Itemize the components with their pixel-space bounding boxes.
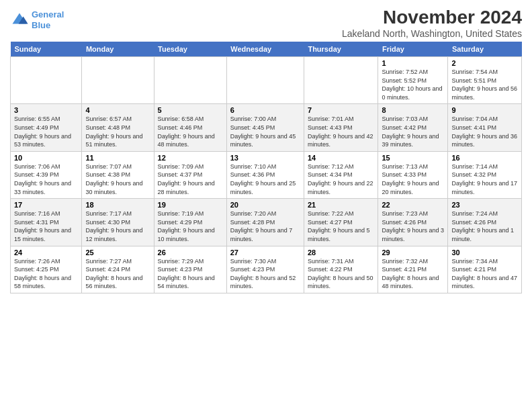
calendar-week-2: 3Sunrise: 6:55 AM Sunset: 4:49 PM Daylig… xyxy=(11,104,522,151)
day-number: 5 xyxy=(158,106,223,114)
calendar-cell: 24Sunrise: 7:26 AM Sunset: 4:25 PM Dayli… xyxy=(11,246,82,293)
calendar-cell: 23Sunrise: 7:24 AM Sunset: 4:26 PM Dayli… xyxy=(448,199,522,246)
calendar-cell: 22Sunrise: 7:23 AM Sunset: 4:26 PM Dayli… xyxy=(378,199,448,246)
calendar-cell xyxy=(154,57,226,104)
calendar-cell: 3Sunrise: 6:55 AM Sunset: 4:49 PM Daylig… xyxy=(11,104,82,151)
day-number: 21 xyxy=(308,201,374,209)
calendar-cell: 8Sunrise: 7:03 AM Sunset: 4:42 PM Daylig… xyxy=(378,104,448,151)
day-header-thursday: Thursday xyxy=(304,42,378,57)
header-row: SundayMondayTuesdayWednesdayThursdayFrid… xyxy=(11,42,522,57)
day-number: 17 xyxy=(14,201,78,209)
day-number: 14 xyxy=(308,154,374,162)
calendar-cell: 25Sunrise: 7:27 AM Sunset: 4:24 PM Dayli… xyxy=(82,246,154,293)
day-number: 28 xyxy=(308,248,374,257)
day-info: Sunrise: 7:32 AM Sunset: 4:21 PM Dayligh… xyxy=(382,257,444,291)
day-number: 4 xyxy=(85,106,150,114)
day-number: 19 xyxy=(158,201,223,209)
day-info: Sunrise: 6:55 AM Sunset: 4:49 PM Dayligh… xyxy=(14,115,78,148)
calendar-cell: 17Sunrise: 7:16 AM Sunset: 4:31 PM Dayli… xyxy=(11,199,82,246)
day-info: Sunrise: 7:10 AM Sunset: 4:36 PM Dayligh… xyxy=(230,163,300,196)
day-info: Sunrise: 7:27 AM Sunset: 4:24 PM Dayligh… xyxy=(85,257,150,291)
day-info: Sunrise: 7:07 AM Sunset: 4:38 PM Dayligh… xyxy=(85,163,150,196)
day-header-monday: Monday xyxy=(82,42,154,57)
calendar-cell xyxy=(226,57,304,104)
logo-icon xyxy=(10,11,29,30)
calendar-cell: 5Sunrise: 6:58 AM Sunset: 4:46 PM Daylig… xyxy=(154,104,226,151)
calendar-cell: 14Sunrise: 7:12 AM Sunset: 4:34 PM Dayli… xyxy=(304,151,378,198)
day-number: 9 xyxy=(451,106,518,114)
day-info: Sunrise: 7:03 AM Sunset: 4:42 PM Dayligh… xyxy=(382,115,444,148)
main-title: November 2024 xyxy=(342,7,522,28)
day-header-sunday: Sunday xyxy=(11,42,82,57)
calendar-cell: 7Sunrise: 7:01 AM Sunset: 4:43 PM Daylig… xyxy=(304,104,378,151)
day-info: Sunrise: 7:17 AM Sunset: 4:30 PM Dayligh… xyxy=(85,210,150,243)
calendar-cell: 20Sunrise: 7:20 AM Sunset: 4:28 PM Dayli… xyxy=(226,199,304,246)
day-info: Sunrise: 7:16 AM Sunset: 4:31 PM Dayligh… xyxy=(14,210,78,243)
calendar-cell: 15Sunrise: 7:13 AM Sunset: 4:33 PM Dayli… xyxy=(378,151,448,198)
day-number: 26 xyxy=(158,248,223,257)
day-info: Sunrise: 6:58 AM Sunset: 4:46 PM Dayligh… xyxy=(158,115,223,148)
day-info: Sunrise: 7:20 AM Sunset: 4:28 PM Dayligh… xyxy=(230,210,300,243)
day-info: Sunrise: 7:31 AM Sunset: 4:22 PM Dayligh… xyxy=(308,257,374,291)
day-info: Sunrise: 7:14 AM Sunset: 4:32 PM Dayligh… xyxy=(451,163,518,196)
calendar-week-1: 1Sunrise: 7:52 AM Sunset: 5:52 PM Daylig… xyxy=(11,57,522,104)
calendar-cell xyxy=(304,57,378,104)
day-info: Sunrise: 7:52 AM Sunset: 5:52 PM Dayligh… xyxy=(382,68,444,101)
calendar-cell: 19Sunrise: 7:19 AM Sunset: 4:29 PM Dayli… xyxy=(154,199,226,246)
calendar-cell: 13Sunrise: 7:10 AM Sunset: 4:36 PM Dayli… xyxy=(226,151,304,198)
day-number: 13 xyxy=(230,154,300,162)
calendar-cell: 27Sunrise: 7:30 AM Sunset: 4:23 PM Dayli… xyxy=(226,246,304,293)
calendar-week-3: 10Sunrise: 7:06 AM Sunset: 4:39 PM Dayli… xyxy=(11,151,522,198)
day-info: Sunrise: 7:09 AM Sunset: 4:37 PM Dayligh… xyxy=(158,163,223,196)
day-number: 20 xyxy=(230,201,300,209)
day-header-friday: Friday xyxy=(378,42,448,57)
day-number: 3 xyxy=(14,106,78,114)
day-info: Sunrise: 7:30 AM Sunset: 4:23 PM Dayligh… xyxy=(230,257,300,291)
day-number: 11 xyxy=(85,154,150,162)
day-header-tuesday: Tuesday xyxy=(154,42,226,57)
calendar-week-4: 17Sunrise: 7:16 AM Sunset: 4:31 PM Dayli… xyxy=(11,199,522,246)
day-number: 23 xyxy=(451,201,518,209)
calendar-cell: 6Sunrise: 7:00 AM Sunset: 4:45 PM Daylig… xyxy=(226,104,304,151)
day-info: Sunrise: 7:54 AM Sunset: 5:51 PM Dayligh… xyxy=(451,68,518,101)
day-number: 12 xyxy=(158,154,223,162)
day-info: Sunrise: 7:29 AM Sunset: 4:23 PM Dayligh… xyxy=(158,257,223,291)
calendar-cell: 18Sunrise: 7:17 AM Sunset: 4:30 PM Dayli… xyxy=(82,199,154,246)
logo: General Blue xyxy=(10,9,64,30)
day-info: Sunrise: 7:22 AM Sunset: 4:27 PM Dayligh… xyxy=(308,210,374,243)
day-number: 16 xyxy=(451,154,518,162)
day-info: Sunrise: 7:06 AM Sunset: 4:39 PM Dayligh… xyxy=(14,163,78,196)
day-number: 30 xyxy=(451,248,518,257)
calendar-cell: 2Sunrise: 7:54 AM Sunset: 5:51 PM Daylig… xyxy=(448,57,522,104)
day-number: 24 xyxy=(14,248,78,257)
day-number: 15 xyxy=(382,154,444,162)
logo-text: General Blue xyxy=(32,9,64,30)
day-info: Sunrise: 7:00 AM Sunset: 4:45 PM Dayligh… xyxy=(230,115,300,148)
day-header-saturday: Saturday xyxy=(448,42,522,57)
logo-line1: General xyxy=(32,9,64,19)
calendar-cell: 4Sunrise: 6:57 AM Sunset: 4:48 PM Daylig… xyxy=(82,104,154,151)
day-number: 1 xyxy=(382,59,444,67)
calendar-cell: 16Sunrise: 7:14 AM Sunset: 4:32 PM Dayli… xyxy=(448,151,522,198)
day-info: Sunrise: 7:13 AM Sunset: 4:33 PM Dayligh… xyxy=(382,163,444,196)
calendar-cell: 21Sunrise: 7:22 AM Sunset: 4:27 PM Dayli… xyxy=(304,199,378,246)
day-info: Sunrise: 7:12 AM Sunset: 4:34 PM Dayligh… xyxy=(308,163,374,196)
day-number: 25 xyxy=(85,248,150,257)
calendar-cell: 11Sunrise: 7:07 AM Sunset: 4:38 PM Dayli… xyxy=(82,151,154,198)
calendar-cell: 10Sunrise: 7:06 AM Sunset: 4:39 PM Dayli… xyxy=(11,151,82,198)
calendar-cell: 26Sunrise: 7:29 AM Sunset: 4:23 PM Dayli… xyxy=(154,246,226,293)
day-number: 29 xyxy=(382,248,444,257)
day-info: Sunrise: 7:24 AM Sunset: 4:26 PM Dayligh… xyxy=(451,210,518,243)
calendar-body: 1Sunrise: 7:52 AM Sunset: 5:52 PM Daylig… xyxy=(11,57,522,293)
day-info: Sunrise: 6:57 AM Sunset: 4:48 PM Dayligh… xyxy=(85,115,150,148)
calendar-cell: 30Sunrise: 7:34 AM Sunset: 4:21 PM Dayli… xyxy=(448,246,522,293)
day-header-wednesday: Wednesday xyxy=(226,42,304,57)
day-number: 6 xyxy=(230,106,300,114)
day-number: 18 xyxy=(85,201,150,209)
calendar-cell: 12Sunrise: 7:09 AM Sunset: 4:37 PM Dayli… xyxy=(154,151,226,198)
day-number: 27 xyxy=(230,248,300,257)
page-container: General Blue November 2024 Lakeland Nort… xyxy=(0,0,532,300)
day-info: Sunrise: 7:26 AM Sunset: 4:25 PM Dayligh… xyxy=(14,257,78,291)
subtitle: Lakeland North, Washington, United State… xyxy=(342,28,522,39)
calendar-header: SundayMondayTuesdayWednesdayThursdayFrid… xyxy=(11,42,522,57)
